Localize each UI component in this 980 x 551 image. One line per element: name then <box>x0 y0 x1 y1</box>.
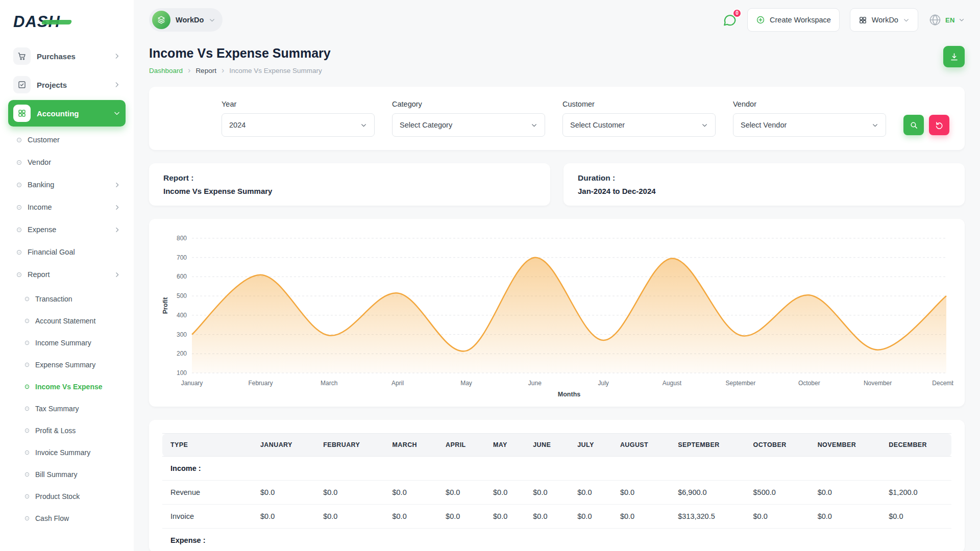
category-select[interactable]: Select Category <box>392 113 545 137</box>
table-cell: $0.0 <box>525 505 569 529</box>
chevron-down-icon <box>531 122 537 129</box>
language-code: EN <box>945 16 955 24</box>
svg-text:April: April <box>391 380 404 387</box>
svg-text:May: May <box>460 380 472 387</box>
sidebar-item-accounting[interactable]: Accounting <box>8 100 126 127</box>
column-header: DECEMBER <box>880 434 951 457</box>
sidebar-item-banking[interactable]: Banking <box>8 173 126 196</box>
sidebar-item-label: Income <box>28 203 52 211</box>
download-button[interactable] <box>943 46 965 67</box>
sidebar-item-purchases[interactable]: Purchases <box>8 43 126 69</box>
svg-text:500: 500 <box>177 292 187 299</box>
workspace-switcher[interactable]: WorkDo <box>149 8 223 32</box>
profit-area-chart: 100200300400500600700800JanuaryFebruaryM… <box>160 231 953 399</box>
category-select-value: Select Category <box>400 121 452 129</box>
svg-text:October: October <box>798 380 820 387</box>
messages-button[interactable]: 0 <box>722 13 737 28</box>
table-section-row: Expense : <box>162 529 951 551</box>
workdo-menu-button[interactable]: WorkDo <box>850 8 918 32</box>
customer-select[interactable]: Select Customer <box>562 113 716 137</box>
bullet-icon <box>24 296 30 302</box>
sidebar-item-label: Accounting <box>37 109 79 118</box>
sidebar-item-expense[interactable]: Expense <box>8 218 126 241</box>
sidebar-item-profit-loss[interactable]: Profit & Loss <box>8 419 126 441</box>
svg-text:400: 400 <box>177 312 187 319</box>
workdo-menu-label: WorkDo <box>872 16 898 24</box>
sidebar-item-bill-summary[interactable]: Bill Summary <box>8 463 126 485</box>
table-cell: $0.0 <box>437 505 485 529</box>
customer-label: Customer <box>562 100 716 108</box>
workspace-name: WorkDo <box>176 16 204 24</box>
sidebar-nav: Purchases Projects Accounting <box>8 43 126 529</box>
sidebar-item-label: Banking <box>28 181 54 189</box>
chevron-down-icon <box>903 17 910 23</box>
main-column: WorkDo 0 Create Workspace <box>134 0 980 551</box>
sidebar-item-label: Tax Summary <box>35 405 79 413</box>
grid-icon <box>859 16 867 24</box>
svg-text:March: March <box>321 380 337 387</box>
table-cell: $0.0 <box>384 481 437 505</box>
sidebar-item-product-stock[interactable]: Product Stock <box>8 485 126 507</box>
table-cell: $0.0 <box>569 505 612 529</box>
chevron-right-icon <box>113 53 120 60</box>
breadcrumb-dashboard[interactable]: Dashboard <box>149 67 183 74</box>
table-row: Invoice $0.0 $0.0 $0.0 $0.0 $0.0 $0.0 $0… <box>162 505 951 529</box>
table-cell: $1,200.0 <box>880 481 951 505</box>
column-header: APRIL <box>437 434 485 457</box>
sidebar-item-label: Bill Summary <box>35 470 77 479</box>
sidebar-item-income-vs-expense[interactable]: Income Vs Expense <box>8 375 126 397</box>
sidebar-item-income-summary[interactable]: Income Summary <box>8 332 126 354</box>
column-header: AUGUST <box>612 434 670 457</box>
sidebar-item-label: Projects <box>37 81 67 89</box>
table-cell: $0.0 <box>810 505 881 529</box>
table-cell: $6,900.0 <box>670 481 745 505</box>
language-selector[interactable]: EN <box>928 13 965 27</box>
table-cell: $0.0 <box>485 481 525 505</box>
sidebar-item-label: Income Summary <box>35 339 91 347</box>
breadcrumb-report[interactable]: Report <box>195 67 216 74</box>
bullet-icon <box>16 160 22 165</box>
year-select[interactable]: 2024 <box>222 113 375 137</box>
app-logo[interactable]: DASH <box>8 7 126 37</box>
sidebar-item-tax-summary[interactable]: Tax Summary <box>8 397 126 419</box>
table-cell: $0.0 <box>569 481 612 505</box>
bullet-icon <box>24 340 30 345</box>
topbar: WorkDo 0 Create Workspace <box>134 0 980 40</box>
sidebar-item-cash-flow[interactable]: Cash Flow <box>8 507 126 529</box>
page-title: Income Vs Expense Summary <box>149 46 331 61</box>
sidebar-item-vendor[interactable]: Vendor <box>8 151 126 173</box>
vendor-select[interactable]: Select Vendor <box>733 113 886 137</box>
sidebar-item-financial-goal[interactable]: Financial Goal <box>8 241 126 263</box>
column-header: OCTOBER <box>745 434 810 457</box>
topbar-actions: 0 Create Workspace WorkDo <box>722 8 965 32</box>
bullet-icon <box>24 406 30 411</box>
table-cell: $0.0 <box>485 505 525 529</box>
cart-icon <box>13 47 31 65</box>
sidebar-item-income[interactable]: Income <box>8 196 126 218</box>
reset-button[interactable] <box>929 115 949 135</box>
bullet-icon <box>24 472 30 477</box>
table-cell: $500.0 <box>745 481 810 505</box>
row-type: Invoice <box>162 505 252 529</box>
sidebar-item-transaction[interactable]: Transaction <box>8 288 126 310</box>
vendor-select-value: Select Vendor <box>741 121 787 129</box>
sidebar-item-report[interactable]: Report <box>8 263 126 286</box>
sidebar-item-label: Income Vs Expense <box>35 383 103 391</box>
chevron-right-icon <box>113 81 120 88</box>
bullet-icon <box>24 362 30 367</box>
svg-text:June: June <box>528 380 542 387</box>
sidebar-item-projects[interactable]: Projects <box>8 71 126 98</box>
page-header: Income Vs Expense Summary Dashboard › Re… <box>149 46 965 74</box>
breadcrumb-current: Income Vs Expense Summary <box>229 67 322 74</box>
table-cell: $0.0 <box>880 505 951 529</box>
table-cell: $0.0 <box>315 481 384 505</box>
sidebar-item-invoice-summary[interactable]: Invoice Summary <box>8 441 126 463</box>
table-cell: $0.0 <box>612 481 670 505</box>
sidebar-item-label: Expense Summary <box>35 361 95 369</box>
section-label: Income : <box>162 457 951 481</box>
create-workspace-button[interactable]: Create Workspace <box>747 8 840 32</box>
sidebar-item-expense-summary[interactable]: Expense Summary <box>8 354 126 375</box>
sidebar-item-account-statement[interactable]: Account Statement <box>8 310 126 332</box>
sidebar-item-customer[interactable]: Customer <box>8 129 126 151</box>
search-button[interactable] <box>903 115 924 135</box>
